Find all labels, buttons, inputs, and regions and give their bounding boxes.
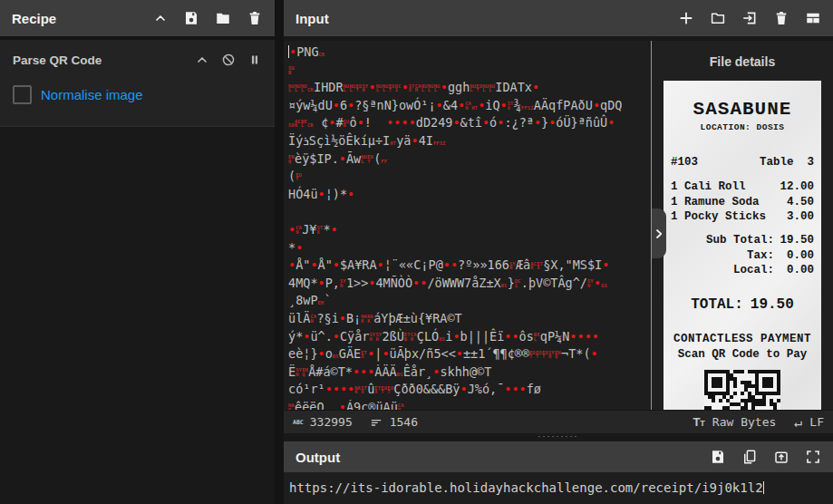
receipt-location: LOCATION: DOSIS	[671, 122, 814, 132]
control-char: GS	[601, 284, 607, 288]
line-count-value: 1546	[390, 415, 418, 429]
control-char: CAN	[465, 102, 471, 110]
control-char: EOT	[295, 173, 302, 181]
control-char: EOT	[389, 84, 395, 92]
disable-operation-icon[interactable]	[221, 53, 236, 67]
char-count-value: 332995	[310, 415, 353, 429]
control-char: CAN	[295, 226, 302, 234]
control-char: EOT	[542, 351, 548, 359]
control-char: NAK	[288, 403, 295, 410]
io-region: Input •PNGCRSUBNULNULNULCRIHDRNULNULEOTS…	[284, 0, 833, 504]
control-char: FF	[381, 160, 387, 164]
input-tab-layout-icon[interactable]	[805, 10, 821, 26]
control-char: SI	[528, 106, 534, 111]
input-line: ý*•ü^.•CÿårSYNSYN2ßÙETBCANÇLÓBSi•b|||Êï•…	[288, 328, 651, 346]
maximize-output-icon[interactable]	[805, 449, 821, 465]
control-char: NUL	[295, 84, 301, 92]
input-line: •CANJ¥STX*•	[288, 221, 651, 239]
control-char: CAN	[310, 315, 316, 323]
control-char: BEL	[534, 333, 540, 341]
operation-parse-qr-code[interactable]: Parse QR Code Normalise image	[0, 40, 275, 127]
control-char: FF	[521, 106, 528, 111]
control-char: RS	[501, 284, 508, 288]
eol-return-icon[interactable]: ↵	[794, 414, 802, 431]
file-details-collapse-handle[interactable]	[652, 208, 666, 258]
receipt-total-value: 19.50	[751, 296, 794, 313]
input-line: NAKêëëO •Á9c®üAüCAN	[288, 399, 651, 410]
input-header: Input	[284, 0, 833, 41]
control-char: SYN	[375, 333, 382, 341]
control-char: STX	[316, 226, 323, 234]
receipt-table: Table 3	[760, 156, 814, 169]
collapse-operation-icon[interactable]	[195, 53, 209, 67]
control-char: CR	[319, 53, 325, 57]
receipt-order-row: #103 Table 3	[671, 156, 814, 169]
control-char: BS	[397, 373, 403, 377]
control-char: CAN	[415, 84, 421, 92]
operation-name: Parse QR Code	[13, 53, 195, 67]
control-char: NUL	[482, 84, 489, 92]
receipt-items: 1 Cali Roll12.001 Ramune Soda4.501 Pocky…	[671, 180, 814, 223]
line-count-icon	[369, 415, 383, 430]
normalise-image-label[interactable]: Normalise image	[41, 87, 143, 102]
control-char: ACK	[530, 262, 537, 270]
add-input-tab-icon[interactable]	[678, 10, 694, 26]
receipt-item-row: 1 Ramune Soda4.50	[671, 196, 814, 208]
control-char: SUB	[344, 120, 350, 128]
control-char: BS	[333, 354, 339, 359]
output-textarea[interactable]: https://its-idorable.holidayhackchalleng…	[284, 472, 833, 504]
recipe-title: Recipe	[12, 11, 153, 26]
input-status-bar: ABC 332995 1546 TT Raw Bytes ↵ LF	[284, 410, 833, 433]
control-char: SYN	[587, 279, 594, 287]
receipt-item-row: 1 Cali Roll12.00	[671, 180, 814, 193]
receipt-total-line: Tax:0.00	[671, 249, 814, 262]
control-char: STX	[508, 102, 514, 110]
control-char: NUL	[383, 84, 389, 92]
control-char: EOT	[536, 351, 542, 359]
normalise-image-checkbox[interactable]	[13, 85, 32, 104]
save-output-icon[interactable]	[710, 449, 726, 465]
control-char: NUL	[421, 84, 428, 92]
load-recipe-folder-icon[interactable]	[215, 10, 231, 26]
control-char: NUL	[470, 84, 476, 92]
clear-recipe-trash-icon[interactable]	[247, 10, 263, 26]
io-split-drag-handle[interactable]: ·········	[284, 433, 833, 441]
control-char: NUL	[350, 84, 356, 92]
input-line	[288, 203, 651, 221]
cyberchef-app: Recipe Parse QR Code Normalise image	[0, 0, 833, 504]
receipt-total-row: TOTAL: 19.50	[671, 296, 814, 313]
clear-input-trash-icon[interactable]	[773, 10, 789, 26]
eol-label[interactable]: LF	[809, 415, 824, 429]
input-line: (EOT	[288, 168, 651, 186]
input-line: ¤ýw¼dU•6•?§ªnN}owÓ¹¡•&4•CANHT•iQ•STX¾FFS…	[288, 97, 651, 115]
receipt-item-row: 1 Pocky Sticks3.00	[671, 210, 814, 223]
save-recipe-icon[interactable]	[183, 10, 199, 26]
input-textarea[interactable]: •PNGCRSUBNULNULNULCRIHDRNULNULEOTSYN•NUL…	[284, 41, 651, 410]
input-line: 4MQ*•P,SYN1>>•4MÑÒÒ••/öWWW7åZ±XRS}DC1.þV…	[288, 275, 651, 293]
control-char: FF	[433, 141, 440, 146]
copy-output-icon[interactable]	[741, 449, 758, 465]
receipt-total-line: Sub Total:19.50	[671, 234, 814, 247]
open-output-in-new-tab-icon[interactable]	[773, 449, 789, 465]
receipt-footer-line2: Scan QR Code to Pay	[671, 348, 814, 361]
receipt-order-number: #103	[671, 156, 698, 169]
open-file-as-input-icon[interactable]	[741, 10, 758, 26]
qr-code-image	[704, 370, 780, 410]
control-char: NUL	[344, 84, 350, 92]
input-type-label[interactable]: Raw Bytes	[712, 415, 776, 429]
recipe-header: Recipe	[0, 0, 275, 40]
control-char: EOT	[356, 84, 363, 92]
open-folder-icon[interactable]	[710, 10, 726, 26]
receipt-footer-line1: CONTACTLESS PAYMENT	[671, 333, 814, 345]
input-line: SOACKBELCR ¢•#SUBô•! ••••dD249•&tî•ó•:¿?…	[288, 114, 651, 132]
control-char: DC1	[395, 84, 402, 92]
breakpoint-pause-icon[interactable]	[247, 53, 262, 67]
operation-arg-row: Normalise image	[0, 80, 275, 113]
control-char: NUL	[361, 155, 367, 163]
collapse-recipe-icon[interactable]	[153, 11, 168, 25]
input-type-icon[interactable]: TT	[693, 415, 704, 429]
control-char: ACK	[295, 120, 301, 128]
input-line: •PNGCR	[288, 44, 651, 62]
control-char: EOT	[476, 84, 482, 92]
control-char: SYN	[509, 262, 516, 270]
